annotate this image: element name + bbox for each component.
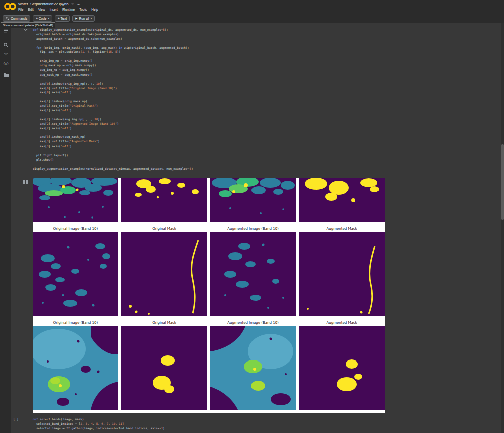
code-snippets-icon[interactable]: <> xyxy=(3,51,9,57)
toolbar: Commands + Code ▾ + Text ▶ Run all ▾ xyxy=(0,13,504,23)
run-all-button[interactable]: ▶ Run all ▾ xyxy=(72,15,95,22)
code-editor[interactable]: def display_augmentation_examples(origin… xyxy=(33,28,193,171)
cloud-saved-icon: ☁ xyxy=(77,2,80,6)
fig3-augmented-mask xyxy=(299,326,385,410)
matplotlib-figure-3: Original Image (Band 10) Original Mask A… xyxy=(33,319,385,413)
plot-title: Augmented Image (Band 10) xyxy=(210,319,296,326)
menu-edit[interactable]: Edit xyxy=(28,8,33,11)
caret-down-icon: ▾ xyxy=(48,17,49,20)
plot-title: Augmented Mask xyxy=(299,319,385,326)
plot-title: Augmented Image (Band 10) xyxy=(210,225,296,232)
fig3-augmented-image xyxy=(210,326,296,410)
cell-collapse-icon[interactable] xyxy=(24,28,28,32)
add-code-button[interactable]: + Code ▾ xyxy=(33,15,52,22)
menu-insert[interactable]: Insert xyxy=(50,8,58,11)
plot-title: Original Image (Band 10) xyxy=(33,225,118,232)
matplotlib-figure-2: Original Image (Band 10) Original Mask A… xyxy=(33,225,385,319)
commands-label: Commands xyxy=(11,17,27,20)
colab-app: { "header": { "title": "Water_Segmentati… xyxy=(0,0,504,433)
fig2-augmented-image xyxy=(210,232,296,316)
fig1-original-image xyxy=(33,178,118,222)
run-all-label: Run all xyxy=(79,17,89,20)
fig3-original-mask xyxy=(121,326,207,410)
menu-runtime[interactable]: Runtime xyxy=(62,8,75,11)
find-icon[interactable] xyxy=(3,42,9,48)
menu-view[interactable]: View xyxy=(38,8,45,11)
cell-separator xyxy=(23,414,504,414)
menu-tools[interactable]: Tools xyxy=(79,8,87,11)
menu-bar: File Edit View Insert Runtime Tools Help xyxy=(18,8,98,11)
search-icon xyxy=(6,17,9,20)
fig2-original-image xyxy=(33,232,118,316)
cell-border xyxy=(29,26,29,175)
scrollbar-thumb[interactable] xyxy=(501,144,504,220)
menu-help[interactable]: Help xyxy=(91,8,98,11)
colab-logo-icon[interactable] xyxy=(4,2,17,11)
cell2-border xyxy=(29,416,29,433)
left-sidebar: <> {x} xyxy=(0,23,11,433)
run-cell-button[interactable]: [ ] xyxy=(13,418,18,421)
fig2-augmented-mask xyxy=(299,232,385,316)
plot-title: Original Mask xyxy=(121,319,207,326)
fig1-augmented-image xyxy=(210,178,296,222)
play-icon: ▶ xyxy=(75,17,77,20)
fig2-original-mask xyxy=(121,232,207,316)
menu-file[interactable]: File xyxy=(18,8,23,11)
add-text-label: + Text xyxy=(58,17,67,20)
fig1-original-mask xyxy=(121,178,207,222)
code-editor-2[interactable]: def select_bands(image, mask): selected_… xyxy=(33,417,165,431)
files-icon[interactable] xyxy=(3,71,9,78)
fig3-original-image xyxy=(33,326,118,410)
output-options-icon[interactable] xyxy=(23,180,28,184)
plot-title: Original Image (Band 10) xyxy=(33,319,118,326)
cell-output: Original Image (Band 10) Original Mask A… xyxy=(33,178,385,413)
title-area: Water_SegmentationV2.ipynb ☆ ☁ xyxy=(18,2,80,6)
notebook-title[interactable]: Water_SegmentationV2.ipynb xyxy=(18,2,68,6)
app-chrome: Water_SegmentationV2.ipynb ☆ ☁ File Edit… xyxy=(0,0,504,23)
toc-icon[interactable] xyxy=(3,28,9,34)
star-icon[interactable]: ☆ xyxy=(71,2,74,6)
add-code-label: + Code xyxy=(36,17,46,20)
commands-button[interactable]: Commands xyxy=(3,15,30,22)
matplotlib-figure-1 xyxy=(33,178,385,225)
fig1-augmented-mask xyxy=(299,178,385,222)
add-text-button[interactable]: + Text xyxy=(55,15,70,22)
caret-down-icon: ▾ xyxy=(91,17,92,20)
command-palette-tooltip: Show command palette (Ctrl+Shift+P) xyxy=(1,22,55,28)
variables-icon[interactable]: {x} xyxy=(3,61,9,67)
plot-title: Original Mask xyxy=(121,225,207,232)
scrollbar-track[interactable] xyxy=(501,23,504,433)
plot-title: Augmented Mask xyxy=(299,225,385,232)
